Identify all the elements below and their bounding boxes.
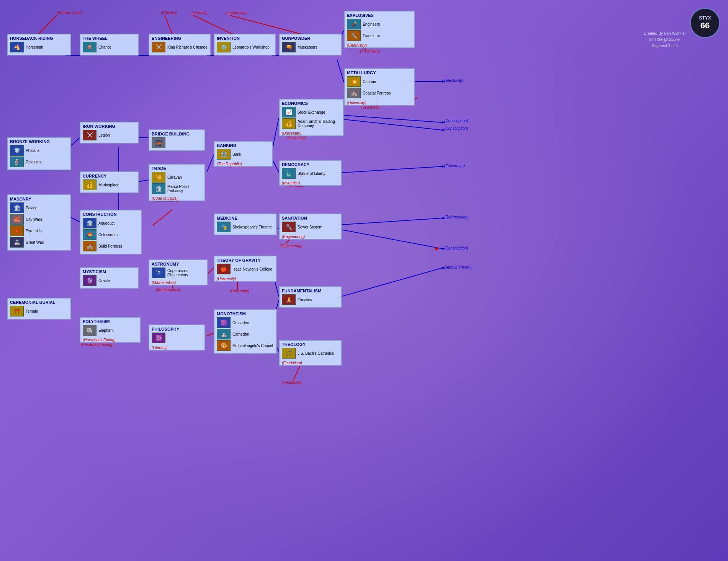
arrow-conscription-2: (Conscription) bbox=[444, 126, 468, 130]
prereq-feudalism-inline: (Feudalism) bbox=[282, 361, 339, 365]
legion-label: Legion bbox=[98, 133, 110, 137]
city-walls-icon: 🧱 bbox=[10, 214, 24, 225]
adam-smith-icon: 💰 bbox=[282, 118, 296, 129]
tech-banking: BANKING 🏦 Bank (The Republic) bbox=[214, 141, 273, 167]
tech-medicine-shakespeare: 🎭 Shakespeare's Theatre bbox=[217, 222, 274, 232]
musketeers-label: Musketeers bbox=[298, 45, 317, 49]
caravan-icon: 🐪 bbox=[152, 172, 165, 183]
svg-line-24 bbox=[207, 155, 214, 172]
tech-sanitation: SANITATION 🔧 Sewer System (Engineering) bbox=[279, 214, 342, 240]
svg-marker-51 bbox=[153, 224, 155, 227]
cathedral-label: Cathedral bbox=[232, 332, 249, 336]
prereq-chemistry: (Chemistry) bbox=[360, 49, 380, 53]
arrow-conscription-3: (Conscription) bbox=[444, 246, 468, 250]
tech-monotheism-michaelangelo: 🎨 Michaelangelo's Chapel bbox=[217, 340, 274, 351]
tech-astronomy-title: ASTRONOMY bbox=[152, 262, 205, 266]
tech-ceremonial-burial-title: CEREMONIAL BURIAL bbox=[10, 300, 68, 305]
prereq-university-economics: (University) bbox=[282, 131, 341, 135]
tech-construction-title: CONSTRUCTION bbox=[83, 212, 139, 217]
svg-line-32 bbox=[38, 15, 57, 34]
tech-trade-marco-polo: 🏛️ Marco Polo's Embassy bbox=[152, 183, 202, 194]
pyramids-label: Pyramids bbox=[26, 229, 42, 233]
tech-bridge-building: BRIDGE BUILDING 🌉 bbox=[149, 129, 205, 151]
tech-the-wheel-title: THE WHEEL bbox=[83, 36, 136, 41]
tech-banking-bank: 🏦 Bank bbox=[217, 149, 270, 160]
tech-economics-title: ECONOMICS bbox=[282, 101, 341, 106]
tech-horseback-riding-horseman: 🐴 Horseman bbox=[10, 42, 68, 52]
tech-explosives-transform: 🔧 Transform bbox=[347, 30, 412, 41]
prereq-university-gravity: (University) bbox=[217, 277, 274, 281]
prereq-warrior-code: (Warrior Code) bbox=[57, 11, 82, 15]
svg-line-8 bbox=[337, 115, 442, 122]
tech-philosophy: PHILOSOPHY ✡️ (Literacy) bbox=[149, 325, 205, 351]
bach-cathedral-label: J.S. Bach's Cathedral bbox=[298, 351, 334, 356]
crusaders-icon: ✝️ bbox=[217, 317, 231, 328]
transform-label: Transform bbox=[363, 34, 380, 38]
arrow-refrigeration: (Refrigeration) bbox=[444, 215, 469, 219]
cannon-label: Cannon bbox=[363, 80, 376, 84]
svg-line-18 bbox=[337, 229, 442, 249]
chariot-icon: 🏇 bbox=[83, 42, 97, 52]
tech-invention-workshop: ⚙️ Leonardo's Workshop bbox=[217, 42, 273, 52]
statue-of-liberty-icon: 🗽 bbox=[282, 168, 296, 179]
workshop-icon: ⚙️ bbox=[217, 42, 231, 52]
prereq-horseback-riding: (Horseback Riding) bbox=[81, 342, 114, 347]
temple-icon: ⛩️ bbox=[10, 306, 24, 316]
cathedral-icon: ⛪ bbox=[217, 329, 231, 339]
sewer-system-label: Sewer System bbox=[298, 225, 322, 229]
sewer-system-icon: 🔧 bbox=[282, 222, 296, 232]
stock-exchange-label: Stock Exchange bbox=[298, 110, 325, 114]
copernicus-label: Copernicus's Observatory bbox=[167, 269, 205, 277]
marco-polo-label: Marco Polo's Embassy bbox=[167, 184, 202, 193]
colosseum-label: Colosseum bbox=[98, 233, 118, 237]
musketeers-icon: 🔫 bbox=[282, 42, 296, 52]
tech-construction-aqueduct: 🏛️ Aqueduct bbox=[83, 218, 139, 228]
philosophy-icon: ✡️ bbox=[152, 333, 165, 343]
svg-line-36 bbox=[193, 15, 233, 34]
styx-text: STYX bbox=[699, 15, 711, 21]
tech-theory-of-gravity-newton: 🍎 Isaac Newton's College bbox=[217, 264, 274, 274]
prereq-invention-democracy: (Invention) bbox=[282, 181, 339, 185]
prereq-code-of-laws-inline: (Code of Laws) bbox=[152, 196, 202, 201]
svg-line-23 bbox=[138, 180, 149, 182]
tech-monotheism: MONOTHEISM ✝️ Crusaders ⛪ Cathedral 🎨 Mi… bbox=[214, 309, 277, 354]
tech-currency: CURRENCY 💰 Marketplace bbox=[80, 171, 139, 193]
prereq-university-2: (University) bbox=[286, 136, 306, 140]
tech-engineering: ENGINEERING ⚔️ King Richard's Crusade bbox=[149, 34, 211, 55]
prereq-feudalism: (Feudalism) bbox=[282, 380, 303, 385]
tech-metallurgy-fortress: 🏰 Coastal Fortress bbox=[347, 88, 412, 98]
creator-name: Created By Ben Wishner bbox=[644, 31, 686, 37]
prereq-mathematics-inline: (Mathematics) bbox=[152, 280, 205, 285]
tech-currency-title: CURRENCY bbox=[83, 174, 136, 178]
prereq-chivalry: (Chivalry) bbox=[161, 11, 177, 15]
tech-medicine: MEDICINE 🎭 Shakespeare's Theatre bbox=[214, 214, 277, 235]
michaelangelo-icon: 🎨 bbox=[217, 340, 231, 351]
tech-polytheism: POLYTHEISM 🐘 Elephant (Horseback Riding) bbox=[80, 317, 141, 343]
tech-horseback-riding: HORSEBACK RIDING 🐴 Horseman bbox=[7, 34, 71, 55]
prereq-engineering: (Engineering) bbox=[280, 244, 303, 248]
michaelangelo-label: Michaelangelo's Chapel bbox=[232, 344, 273, 348]
arrow-espionage: (Espionage) bbox=[444, 164, 465, 168]
tech-explosives: EXPLOSIVES 💣 Engineers 🔧 Transform (Chem… bbox=[344, 11, 415, 48]
elephant-icon: 🐘 bbox=[83, 325, 97, 336]
tech-theory-of-gravity: THEORY OF GRAVITY 🍎 Isaac Newton's Colle… bbox=[214, 256, 277, 282]
tech-fundamentalism: FUNDAMENTALISM 🙏 Fanatics bbox=[279, 286, 342, 308]
tech-engineering-crusade: ⚔️ King Richard's Crusade bbox=[152, 42, 208, 52]
shakespeare-label: Shakespeare's Theatre bbox=[232, 225, 272, 229]
build-fortress-label: Build Fortress bbox=[98, 244, 122, 248]
elephant-label: Elephant bbox=[98, 328, 113, 333]
tech-currency-marketplace: 💰 Marketplace bbox=[83, 179, 136, 190]
prereq-horseback-riding-inline: (Horseback Riding) bbox=[83, 338, 138, 342]
tech-sanitation-title: SANITATION bbox=[282, 216, 339, 220]
prereq-the-republic-inline: (The Republic) bbox=[217, 162, 270, 166]
styx-badge: STYX 66 bbox=[690, 8, 720, 38]
tech-mysticism-oracle: 🔮 Oracle bbox=[83, 275, 136, 286]
tech-construction: CONSTRUCTION 🏛️ Aqueduct 🏟️ Colosseum 🏰 … bbox=[80, 210, 142, 254]
cannon-icon: 💥 bbox=[347, 76, 361, 87]
svg-line-5 bbox=[337, 59, 344, 82]
engineers-label: Engineers bbox=[363, 22, 380, 26]
tech-masonry-city-walls: 🧱 City Walls bbox=[10, 214, 68, 225]
tech-iron-working-title: IRON WORKING bbox=[83, 124, 136, 129]
workshop-label: Leonardo's Workshop bbox=[232, 45, 270, 49]
build-fortress-icon: 🏰 bbox=[83, 241, 97, 251]
